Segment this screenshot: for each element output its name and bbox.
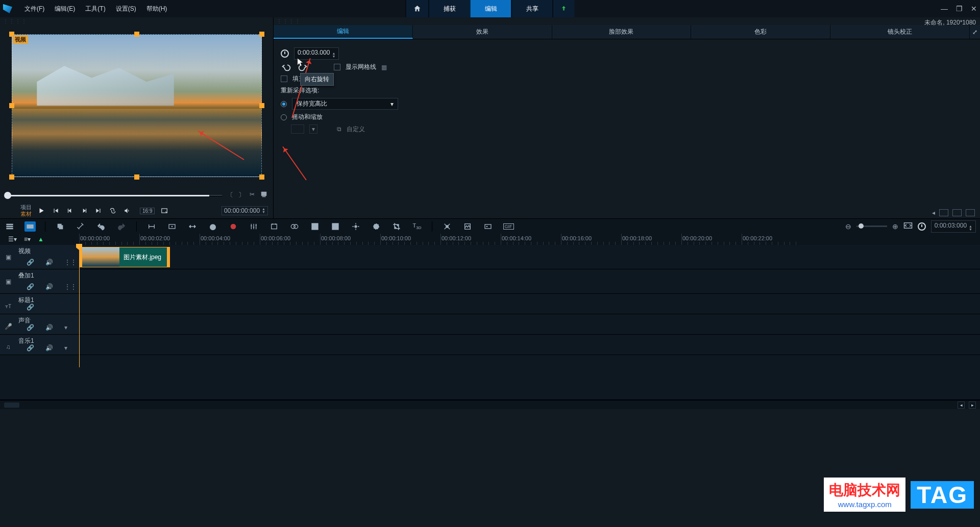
next-frame-icon[interactable]: [80, 206, 89, 215]
lock-icon[interactable]: ⋮⋮: [64, 283, 77, 290]
link-icon[interactable]: 🔗: [27, 324, 34, 331]
preview-image[interactable]: [12, 34, 262, 177]
pan-zoom-radio[interactable]: [281, 114, 287, 120]
rotate-left-icon[interactable]: [281, 63, 292, 71]
timeline-ruler[interactable]: 00:00:00:0000:00:02:0000:00:04:0000:00:0…: [79, 234, 980, 245]
effect1-icon[interactable]: [442, 221, 453, 232]
tab-edit-props[interactable]: 编辑: [274, 25, 413, 39]
zoom-in-icon[interactable]: ⊕: [892, 222, 898, 231]
playhead[interactable]: [79, 245, 80, 367]
speed-icon[interactable]: [207, 221, 218, 232]
chevron-down-icon[interactable]: ▾: [64, 344, 67, 352]
grid-icon[interactable]: [309, 221, 321, 232]
fill-color-checkbox[interactable]: [281, 76, 287, 82]
resize-handle[interactable]: [259, 32, 264, 37]
volume-icon[interactable]: [122, 206, 132, 215]
zoom-slider[interactable]: [856, 225, 887, 227]
material-mode-label[interactable]: 素材: [5, 211, 32, 217]
menu-settings[interactable]: 设置(S): [111, 5, 141, 13]
expand-tabs-icon[interactable]: ⤢: [970, 25, 980, 39]
timeline-clip[interactable]: 图片素材.jpeg: [79, 247, 170, 267]
expand-icon[interactable]: [160, 206, 169, 215]
link-icon[interactable]: 🔗: [27, 283, 34, 290]
show-grid-checkbox[interactable]: [334, 64, 340, 70]
link-icon[interactable]: 🔗: [27, 344, 34, 352]
link-icon[interactable]: 🔗: [27, 304, 34, 311]
snapshot-icon[interactable]: [260, 191, 268, 199]
chapter-icon[interactable]: [268, 221, 280, 232]
add-track-icon[interactable]: ▲: [38, 236, 44, 243]
timeline-scrollbar[interactable]: ◂ ▸: [0, 400, 980, 409]
loop-icon[interactable]: [108, 206, 117, 215]
stretch-icon[interactable]: [187, 221, 198, 232]
panel-view1-icon[interactable]: [939, 209, 948, 216]
undo-icon[interactable]: [95, 221, 107, 232]
minimap-icon[interactable]: [4, 403, 19, 408]
resize-handle[interactable]: [259, 174, 264, 180]
upload-icon[interactable]: [553, 0, 575, 17]
timeline-timecode[interactable]: 0:00:03:000▲▼: [931, 220, 976, 233]
list-menu-icon[interactable]: ☰▾: [8, 236, 17, 243]
resize-handle[interactable]: [134, 32, 139, 37]
tab-home[interactable]: [406, 0, 429, 17]
cut-icon[interactable]: ✂: [250, 191, 255, 199]
mute-icon[interactable]: 🔊: [45, 283, 53, 290]
mute-icon[interactable]: 🔊: [45, 259, 53, 266]
multigrid-icon[interactable]: [330, 221, 341, 232]
tab-color[interactable]: 色彩: [691, 25, 830, 39]
empty-timeline-area[interactable]: [0, 355, 980, 400]
grip-icon[interactable]: ⋮⋮⋮⋮: [0, 17, 273, 25]
audio-mix-icon[interactable]: [248, 221, 259, 232]
window-restore-icon[interactable]: ❐: [956, 5, 963, 13]
chevron-down-icon[interactable]: ▾: [64, 324, 67, 331]
preview-canvas[interactable]: 视频: [12, 34, 262, 177]
tab-face-effect[interactable]: 脸部效果: [552, 25, 692, 39]
transition-icon[interactable]: [289, 221, 300, 232]
timeline-view-icon[interactable]: [24, 221, 36, 232]
menu-file[interactable]: 文件(F): [19, 5, 50, 13]
scroll-left-icon[interactable]: ◂: [958, 401, 965, 409]
zoom-fit-icon[interactable]: [903, 222, 913, 231]
redo-icon[interactable]: [116, 221, 127, 232]
play-button[interactable]: [37, 206, 46, 215]
keep-ratio-radio[interactable]: [281, 101, 287, 107]
scrub-bar[interactable]: 〔 〕 ✂: [5, 190, 268, 201]
lock-icon[interactable]: ⋮⋮: [64, 259, 77, 266]
auto-edit-icon[interactable]: [75, 221, 86, 232]
effect2-icon[interactable]: [462, 221, 473, 232]
prev-frame-icon[interactable]: [65, 206, 75, 215]
link-icon[interactable]: 🔗: [27, 259, 34, 266]
effect3-icon[interactable]: [482, 221, 494, 232]
storyboard-view-icon[interactable]: [4, 221, 15, 232]
fit-icon[interactable]: [166, 221, 178, 232]
resize-handle[interactable]: [259, 103, 264, 108]
scroll-right-icon[interactable]: ▸: [969, 401, 976, 409]
mask-icon[interactable]: [371, 221, 382, 232]
menu-help[interactable]: 帮助(H): [141, 5, 173, 13]
text3d-icon[interactable]: T3D: [411, 221, 423, 232]
scrub-handle[interactable]: [4, 192, 11, 199]
track-options-icon[interactable]: ≡▾: [24, 236, 31, 243]
gif-icon[interactable]: GIF: [503, 221, 514, 232]
mute-icon[interactable]: 🔊: [45, 324, 53, 331]
panel-view3-icon[interactable]: [966, 209, 975, 216]
grip-icon[interactable]: ⋮⋮⋮⋮: [274, 17, 980, 25]
mute-icon[interactable]: 🔊: [45, 344, 53, 352]
aspect-ratio-button[interactable]: 16:9: [140, 208, 155, 214]
window-close-icon[interactable]: ✕: [971, 5, 977, 13]
panel-nav-left-icon[interactable]: ◂: [932, 209, 935, 216]
zoom-out-icon[interactable]: ⊖: [845, 222, 851, 231]
keep-ratio-dropdown[interactable]: 保持宽高比▾: [292, 98, 398, 110]
tab-lens-correct[interactable]: 镜头校正: [830, 25, 970, 39]
tab-share[interactable]: 共享: [511, 0, 553, 17]
tab-effect[interactable]: 效果: [413, 25, 552, 39]
record-icon[interactable]: [228, 221, 239, 232]
mark-out-icon[interactable]: 〕: [238, 191, 244, 199]
mark-in-icon[interactable]: 〔: [227, 191, 233, 199]
window-minimize-icon[interactable]: —: [941, 5, 948, 13]
tab-edit[interactable]: 编辑: [470, 0, 511, 17]
menu-edit[interactable]: 编辑(E): [50, 5, 80, 13]
copy-icon[interactable]: [55, 221, 66, 232]
tracking-icon[interactable]: [350, 221, 361, 232]
grid-settings-icon[interactable]: ▦: [381, 64, 387, 71]
